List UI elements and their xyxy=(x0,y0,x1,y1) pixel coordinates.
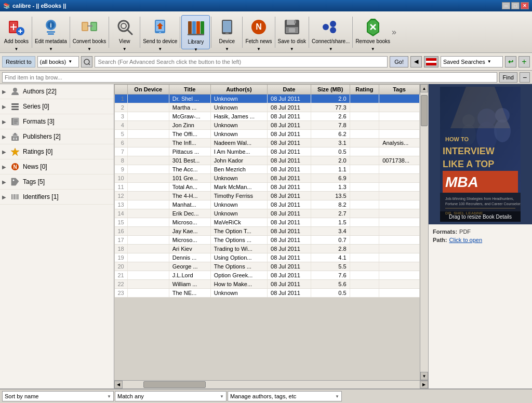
tag-browser-tags[interactable]: ▶ Tags [5] xyxy=(0,174,114,190)
tag-browser-authors[interactable]: ▶ Authors [22] xyxy=(0,84,114,99)
view-arrow[interactable]: ▼ xyxy=(110,46,139,52)
view-button[interactable]: View ▼ xyxy=(110,15,139,49)
table-row[interactable]: 1 Dr. Shel ... Unknown 08 Jul 2011 2.0 xyxy=(115,95,420,103)
table-row[interactable]: 15 Microso... MaVeRiCk 08 Jul 2011 1.5 xyxy=(115,218,420,227)
scroll-track[interactable] xyxy=(420,92,428,372)
vertical-scrollbar[interactable]: ▲ ▼ xyxy=(420,84,428,380)
manage-dropdown[interactable]: Manage authors, tags, etc ▼ xyxy=(228,391,342,401)
table-row[interactable]: 4 Jon Zinn Unknown 08 Jul 2011 7.8 xyxy=(115,121,420,130)
scroll-down-button[interactable]: ▼ xyxy=(420,372,428,380)
convert-books-button[interactable]: Convert books ▼ xyxy=(71,15,108,49)
row-num: 5 xyxy=(115,130,128,139)
col-rating[interactable]: Rating xyxy=(350,85,379,95)
library-button[interactable]: Library ▼ xyxy=(181,15,210,49)
go-button[interactable]: Go! xyxy=(390,56,408,68)
book-list-scroll[interactable]: On Device Title Author(s) Date Size (MB)… xyxy=(114,84,420,380)
toolbar-overflow[interactable]: » xyxy=(392,28,398,37)
table-row[interactable]: 16 Jay Kae... The Option T... 08 Jul 201… xyxy=(115,227,420,236)
device-arrow[interactable]: ▼ xyxy=(212,46,241,52)
table-row[interactable]: 14 Erik Dec... Unknown 08 Jul 2011 2.7 xyxy=(115,209,420,218)
fetch-news-arrow[interactable]: ▼ xyxy=(244,46,273,52)
table-row[interactable]: 8 301 Best... John Kador 08 Jul 2011 2.0… xyxy=(115,156,420,165)
edit-metadata-button[interactable]: i Edit metadata ▼ xyxy=(33,15,69,49)
add-books-main[interactable]: Add books xyxy=(2,15,31,46)
restrict-dropdown[interactable]: (all books) ▼ xyxy=(37,56,79,68)
table-row[interactable]: 21 J.L.Lord Option Greek... 08 Jul 2011 … xyxy=(115,271,420,280)
table-row[interactable]: 18 Ari Kiev Trading to Wi... 08 Jul 2011… xyxy=(115,245,420,253)
tag-browser-search-input[interactable] xyxy=(2,72,497,83)
tag-browser-series[interactable]: ▶ Series [0] xyxy=(0,99,114,114)
scroll-up-button[interactable]: ▲ xyxy=(420,84,428,92)
table-row[interactable]: 6 The Infl... Nadeem Wal... 08 Jul 2011 … xyxy=(115,139,420,147)
hscroll-thumb[interactable] xyxy=(143,381,206,388)
tag-browser-publishers[interactable]: ▶ Publishers [2] xyxy=(0,129,114,144)
col-author[interactable]: Author(s) xyxy=(210,85,267,95)
table-row[interactable]: 20 George ... The Options ... 08 Jul 201… xyxy=(115,262,420,271)
edit-metadata-arrow[interactable]: ▼ xyxy=(33,46,69,52)
convert-books-arrow[interactable]: ▼ xyxy=(71,46,108,52)
tag-browser-identifiers[interactable]: ▶ Identifiers [1] xyxy=(0,190,114,205)
table-row[interactable]: 5 The Offi... Unknown 08 Jul 2011 6.2 xyxy=(115,130,420,139)
col-tags[interactable]: Tags xyxy=(379,85,420,95)
table-row[interactable]: 2 Martha ... Unknown 08 Jul 2011 77.3 xyxy=(115,103,420,112)
date-cell: 08 Jul 2011 xyxy=(268,192,311,200)
add-books-button[interactable]: Add books ▼ xyxy=(2,15,31,49)
saved-search-add-button[interactable]: + xyxy=(518,56,530,68)
col-date[interactable]: Date xyxy=(268,85,311,95)
saved-searches-dropdown[interactable]: Saved Searches ▼ xyxy=(441,56,503,68)
table-row[interactable]: 19 Dennis ... Using Option... 08 Jul 201… xyxy=(115,253,420,262)
search-back-button[interactable]: ◀ xyxy=(410,56,422,68)
connect-share-arrow[interactable]: ▼ xyxy=(310,46,351,52)
maximize-button[interactable]: □ xyxy=(511,2,520,9)
tag-browser-ratings[interactable]: ▶ Ratings [0] xyxy=(0,144,114,159)
scroll-thumb[interactable] xyxy=(421,95,428,126)
col-size[interactable]: Size (MB) xyxy=(311,85,350,95)
tag-browser-formats[interactable]: ▶ Formats [3] xyxy=(0,114,114,129)
tag-browser-news[interactable]: ▶ N News [0] xyxy=(0,159,114,174)
path-value[interactable]: Click to open xyxy=(449,237,483,243)
connect-share-button[interactable]: Connect/share... ▼ xyxy=(310,15,351,49)
save-to-disk-button[interactable]: Save to disk ▼ xyxy=(276,15,308,49)
saved-searches-browse-button[interactable] xyxy=(81,56,92,68)
scroll-left-button[interactable]: ◀ xyxy=(114,381,123,388)
remove-books-arrow[interactable]: ▼ xyxy=(354,46,392,52)
table-row[interactable]: 3 McGraw-... Hasik, James ... 08 Jul 201… xyxy=(115,112,420,121)
add-books-arrow[interactable]: ▼ xyxy=(2,46,31,52)
remove-books-icon xyxy=(363,17,383,37)
save-to-disk-arrow[interactable]: ▼ xyxy=(276,46,308,52)
svg-rect-30 xyxy=(223,21,231,32)
table-row[interactable]: 7 Pittacus ... I Am Numbe... 08 Jul 2011… xyxy=(115,147,420,156)
fetch-news-button[interactable]: N Fetch news ▼ xyxy=(244,15,273,49)
drag-resize-bar[interactable]: Drag to resize Book Details xyxy=(440,211,521,222)
hscroll-track[interactable] xyxy=(123,381,420,388)
collapse-button[interactable]: − xyxy=(520,72,530,83)
device-button[interactable]: Device ▼ xyxy=(212,15,241,49)
find-button[interactable]: Find xyxy=(499,72,517,83)
match-any-dropdown[interactable]: Match any ▼ xyxy=(115,391,227,401)
close-button[interactable]: ✕ xyxy=(521,2,529,9)
table-row[interactable]: 10 101 Gre... Unknown 08 Jul 2011 6.9 xyxy=(115,174,420,183)
table-row[interactable]: 12 The 4-H... Timothy Ferriss 08 Jul 201… xyxy=(115,192,420,200)
date-cell: 08 Jul 2011 xyxy=(268,130,311,139)
table-row[interactable]: 9 The Acc... Ben Mezrich 08 Jul 2011 1.1 xyxy=(115,165,420,174)
send-to-device-button[interactable]: Send to device ▼ xyxy=(141,15,179,49)
remove-books-button[interactable]: Remove books ▼ xyxy=(354,15,392,49)
table-row[interactable]: 13 Manhat... Unknown 08 Jul 2011 8.2 xyxy=(115,200,420,209)
col-title[interactable]: Title xyxy=(169,85,210,95)
col-on-device[interactable]: On Device xyxy=(127,85,169,95)
saved-search-back-button[interactable]: ↩ xyxy=(505,56,516,68)
library-arrow[interactable]: ▼ xyxy=(182,47,209,52)
table-row[interactable]: 23 The NE... Unknown 08 Jul 2011 0.5 xyxy=(115,289,420,298)
table-row[interactable]: 11 Total An... Mark McMan... 08 Jul 2011… xyxy=(115,183,420,192)
table-row[interactable]: 17 Microso... The Options ... 08 Jul 201… xyxy=(115,236,420,245)
search-input[interactable] xyxy=(95,56,388,68)
col-num[interactable] xyxy=(115,85,128,95)
table-row[interactable]: 22 William ... How to Make... 08 Jul 201… xyxy=(115,280,420,289)
minimize-button[interactable]: ─ xyxy=(502,2,510,9)
connect-share-icon xyxy=(321,17,341,37)
send-to-device-arrow[interactable]: ▼ xyxy=(141,46,179,52)
scroll-right-button[interactable]: ▶ xyxy=(420,381,428,388)
sort-by-dropdown[interactable]: Sort by name ▼ xyxy=(2,391,114,401)
horizontal-scrollbar[interactable]: ◀ ▶ xyxy=(114,380,428,388)
flag-button[interactable] xyxy=(424,56,438,68)
